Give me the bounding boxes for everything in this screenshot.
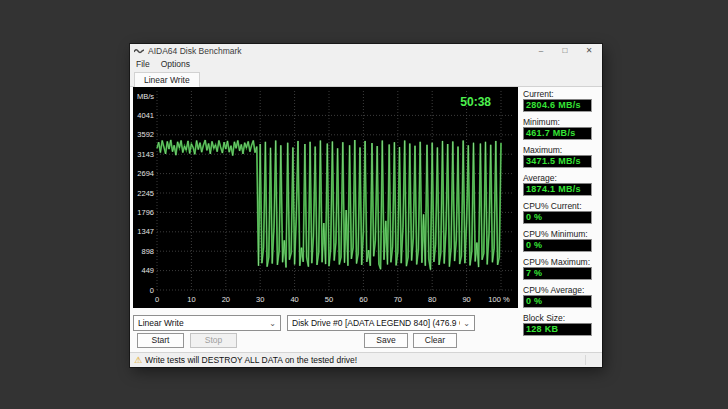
svg-text:10: 10 bbox=[187, 295, 195, 304]
stat-value: 1874.1 MB/s bbox=[523, 183, 592, 196]
svg-text:1796: 1796 bbox=[137, 208, 154, 217]
stat-label: CPU% Current: bbox=[523, 201, 599, 211]
stat-value: 7 % bbox=[523, 267, 592, 280]
disk-drive-select[interactable]: Disk Drive #0 [ADATA LEGEND 840] (476.9 … bbox=[287, 315, 475, 331]
svg-text:20: 20 bbox=[222, 295, 230, 304]
window-title: AIDA64 Disk Benchmark bbox=[148, 46, 532, 56]
svg-text:80: 80 bbox=[428, 295, 436, 304]
svg-text:3143: 3143 bbox=[137, 150, 154, 159]
stat-minimum: Minimum: 461.7 MB/s bbox=[523, 117, 599, 140]
svg-text:70: 70 bbox=[394, 295, 402, 304]
stat-label: CPU% Maximum: bbox=[523, 257, 599, 267]
elapsed-time: 50:38 bbox=[460, 95, 491, 109]
benchmark-chart: 04498981347179622452694314335924041MB/s0… bbox=[133, 87, 518, 308]
stat-label: Block Size: bbox=[523, 313, 599, 323]
svg-text:100 %: 100 % bbox=[488, 295, 510, 304]
maximize-button[interactable]: □ bbox=[556, 45, 574, 57]
aida64-disk-benchmark-window: AIDA64 Disk Benchmark – □ ✕ File Options… bbox=[130, 44, 602, 367]
stat-label: Maximum: bbox=[523, 145, 599, 155]
svg-text:2694: 2694 bbox=[137, 169, 154, 178]
stat-label: Current: bbox=[523, 89, 599, 99]
stat-label: Minimum: bbox=[523, 117, 599, 127]
tab-strip: Linear Write bbox=[130, 70, 602, 87]
stat-label: CPU% Average: bbox=[523, 285, 599, 295]
svg-text:40: 40 bbox=[290, 295, 298, 304]
svg-text:60: 60 bbox=[359, 295, 367, 304]
svg-text:3592: 3592 bbox=[137, 130, 154, 139]
stat-value: 461.7 MB/s bbox=[523, 127, 592, 140]
svg-text:90: 90 bbox=[462, 295, 470, 304]
chevron-down-icon: ⌄ bbox=[463, 319, 470, 328]
svg-text:0: 0 bbox=[150, 286, 154, 295]
status-bar: ⚠ Write tests will DESTROY ALL DATA on t… bbox=[130, 352, 602, 367]
menu-bar: File Options bbox=[130, 58, 602, 70]
status-bar-divider bbox=[585, 355, 586, 365]
tab-page: 04498981347179622452694314335924041MB/s0… bbox=[130, 87, 602, 352]
stat-label: CPU% Minimum: bbox=[523, 229, 599, 239]
stat-cpu-current: CPU% Current: 0 % bbox=[523, 201, 599, 224]
warning-text: Write tests will DESTROY ALL DATA on the… bbox=[145, 355, 357, 365]
save-button[interactable]: Save bbox=[364, 333, 408, 348]
stat-value: 128 KB bbox=[523, 323, 592, 336]
clear-button[interactable]: Clear bbox=[413, 333, 457, 348]
tab-linear-write[interactable]: Linear Write bbox=[134, 72, 200, 88]
stat-block-size: Block Size: 128 KB bbox=[523, 313, 599, 336]
close-button[interactable]: ✕ bbox=[580, 45, 598, 57]
test-type-select[interactable]: Linear Write ⌄ bbox=[133, 315, 281, 331]
stat-maximum: Maximum: 3471.5 MB/s bbox=[523, 145, 599, 168]
svg-text:0: 0 bbox=[155, 295, 159, 304]
stat-cpu-maximum: CPU% Maximum: 7 % bbox=[523, 257, 599, 280]
warning-icon: ⚠ bbox=[134, 355, 142, 365]
minimize-button[interactable]: – bbox=[532, 45, 550, 57]
stop-button: Stop bbox=[190, 333, 237, 348]
menu-item-options[interactable]: Options bbox=[161, 59, 190, 69]
svg-text:898: 898 bbox=[141, 247, 154, 256]
disk-drive-value: Disk Drive #0 [ADATA LEGEND 840] (476.9 … bbox=[292, 318, 460, 328]
svg-text:50: 50 bbox=[325, 295, 333, 304]
stat-label: Average: bbox=[523, 173, 599, 183]
title-bar: AIDA64 Disk Benchmark – □ ✕ bbox=[130, 44, 602, 58]
chevron-down-icon: ⌄ bbox=[269, 319, 276, 328]
stat-cpu-minimum: CPU% Minimum: 0 % bbox=[523, 229, 599, 252]
stat-current: Current: 2804.6 MB/s bbox=[523, 89, 599, 112]
stat-cpu-average: CPU% Average: 0 % bbox=[523, 285, 599, 308]
stat-value: 2804.6 MB/s bbox=[523, 99, 592, 112]
stat-average: Average: 1874.1 MB/s bbox=[523, 173, 599, 196]
test-type-value: Linear Write bbox=[138, 318, 266, 328]
chart-panel: 04498981347179622452694314335924041MB/s0… bbox=[133, 87, 518, 308]
svg-text:1347: 1347 bbox=[137, 227, 154, 236]
stat-value: 0 % bbox=[523, 295, 592, 308]
stat-value: 0 % bbox=[523, 211, 592, 224]
svg-text:449: 449 bbox=[141, 266, 154, 275]
stats-panel: Current: 2804.6 MB/s Minimum: 461.7 MB/s… bbox=[523, 89, 599, 341]
menu-item-file[interactable]: File bbox=[136, 59, 150, 69]
svg-text:2245: 2245 bbox=[137, 189, 154, 198]
start-button[interactable]: Start bbox=[137, 333, 184, 348]
svg-text:30: 30 bbox=[256, 295, 264, 304]
stat-value: 0 % bbox=[523, 239, 592, 252]
app-icon bbox=[134, 47, 144, 55]
stat-value: 3471.5 MB/s bbox=[523, 155, 592, 168]
svg-text:4041: 4041 bbox=[137, 111, 154, 120]
svg-text:MB/s: MB/s bbox=[137, 92, 154, 101]
